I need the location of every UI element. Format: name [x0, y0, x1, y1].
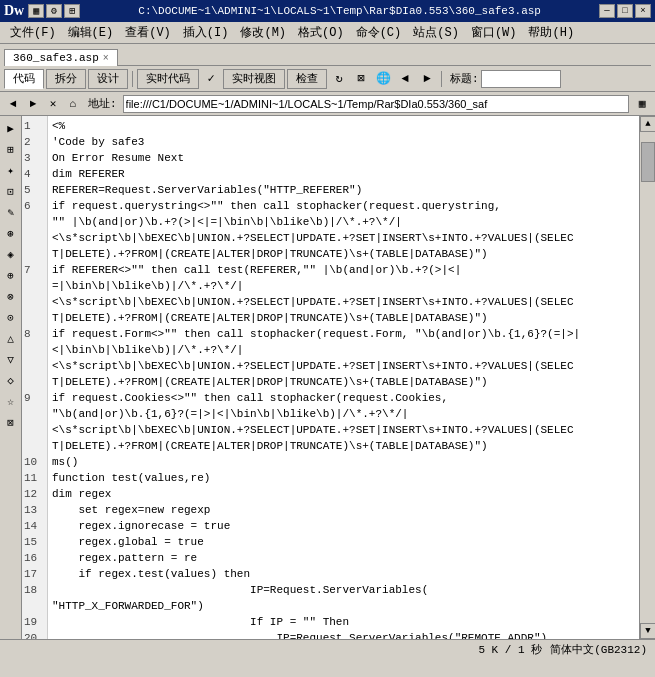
forward-button[interactable]: ►: [24, 95, 42, 113]
window-path: C:\DOCUME~1\ADMINI~1\LOCALS~1\Temp\Rar$D…: [138, 5, 541, 17]
sidebar: ▶ ⊞ ✦ ⊡ ✎ ⊛ ◈ ⊕ ⊗ ⊙ △ ▽ ◇ ☆ ⊠: [0, 116, 22, 639]
scroll-thumb[interactable]: [641, 142, 655, 182]
address-input[interactable]: [123, 95, 629, 113]
sidebar-icon-14[interactable]: ☆: [1, 391, 21, 411]
scroll-up-button[interactable]: ▲: [640, 116, 655, 132]
stop-nav-button[interactable]: ✕: [44, 95, 62, 113]
back-button[interactable]: ◄: [4, 95, 22, 113]
globe-icon[interactable]: 🌐: [373, 69, 393, 89]
tab-file[interactable]: 360_safe3.asp ×: [4, 49, 118, 66]
right-arrow-icon[interactable]: ►: [417, 69, 437, 89]
address-label: 地址:: [88, 96, 117, 111]
title-input[interactable]: [481, 70, 561, 88]
check-button[interactable]: 检查: [287, 69, 327, 89]
separator-1: [132, 71, 133, 87]
realtime-code-button[interactable]: 实时代码: [137, 69, 199, 89]
close-button[interactable]: ×: [635, 4, 651, 18]
sidebar-icon-9[interactable]: ⊗: [1, 286, 21, 306]
home-button[interactable]: ⌂: [64, 95, 82, 113]
toolbar: 代码 拆分 设计 实时代码 ✓ 实时视图 检查 ↻ ⊠ 🌐 ◄ ► 标题:: [0, 66, 655, 92]
tab-bar: 360_safe3.asp ×: [0, 44, 655, 66]
menu-modify[interactable]: 修改(M): [234, 22, 292, 43]
sidebar-icon-6[interactable]: ⊛: [1, 223, 21, 243]
nav-settings-icon[interactable]: ▦: [633, 95, 651, 113]
sidebar-icon-5[interactable]: ✎: [1, 202, 21, 222]
design-view-button[interactable]: 设计: [88, 69, 128, 89]
code-content[interactable]: <%'Code by safe3On Error Resume Nextdim …: [48, 116, 639, 639]
realtime-view-button[interactable]: 实时视图: [223, 69, 285, 89]
menu-command[interactable]: 命令(C): [350, 22, 408, 43]
scrollbar[interactable]: ▲ ▼: [639, 116, 655, 639]
code-editor[interactable]: 123456789101112131415161718192021 <%'Cod…: [22, 116, 639, 639]
scroll-down-button[interactable]: ▼: [640, 623, 655, 639]
menu-view[interactable]: 查看(V): [119, 22, 177, 43]
sidebar-icon-2[interactable]: ⊞: [1, 139, 21, 159]
sidebar-icon-11[interactable]: △: [1, 328, 21, 348]
refresh-icon[interactable]: ↻: [329, 69, 349, 89]
maximize-button[interactable]: □: [617, 4, 633, 18]
sidebar-icon-12[interactable]: ▽: [1, 349, 21, 369]
sidebar-icon-10[interactable]: ⊙: [1, 307, 21, 327]
icon-btn-1[interactable]: ▦: [28, 4, 44, 18]
tab-close-icon[interactable]: ×: [103, 53, 109, 64]
encoding-status: 简体中文(GB2312): [550, 642, 647, 657]
app-logo: Dw: [4, 3, 24, 19]
checkmark-icon[interactable]: ✓: [201, 69, 221, 89]
sidebar-icon-15[interactable]: ⊠: [1, 412, 21, 432]
sidebar-icon-3[interactable]: ✦: [1, 160, 21, 180]
main-area: ▶ ⊞ ✦ ⊡ ✎ ⊛ ◈ ⊕ ⊗ ⊙ △ ▽ ◇ ☆ ⊠ 1234567891…: [0, 116, 655, 639]
title-bar: Dw ▦ ⚙ ⊞ C:\DOCUME~1\ADMINI~1\LOCALS~1\T…: [0, 0, 655, 22]
file-size-status: 5 K / 1 秒: [478, 642, 542, 657]
menu-site[interactable]: 站点(S): [407, 22, 465, 43]
sidebar-icon-1[interactable]: ▶: [1, 118, 21, 138]
sidebar-icon-7[interactable]: ◈: [1, 244, 21, 264]
sidebar-icon-4[interactable]: ⊡: [1, 181, 21, 201]
icon-btn-3[interactable]: ⊞: [64, 4, 80, 18]
code-view-button[interactable]: 代码: [4, 69, 44, 89]
scroll-track[interactable]: [640, 132, 655, 623]
menu-edit[interactable]: 编辑(E): [62, 22, 120, 43]
sidebar-icon-8[interactable]: ⊕: [1, 265, 21, 285]
sidebar-icon-13[interactable]: ◇: [1, 370, 21, 390]
split-view-button[interactable]: 拆分: [46, 69, 86, 89]
line-numbers: 123456789101112131415161718192021: [22, 116, 48, 639]
title-label: 标题:: [450, 71, 479, 86]
window-controls: ─ □ ×: [599, 4, 651, 18]
menu-window[interactable]: 窗口(W): [465, 22, 523, 43]
left-arrow-icon[interactable]: ◄: [395, 69, 415, 89]
title-bar-left: Dw ▦ ⚙ ⊞: [4, 3, 80, 19]
title-bar-icons: ▦ ⚙ ⊞: [28, 4, 80, 18]
menu-help[interactable]: 帮助(H): [522, 22, 580, 43]
menu-file[interactable]: 文件(F): [4, 22, 62, 43]
menu-bar: 文件(F) 编辑(E) 查看(V) 插入(I) 修改(M) 格式(O) 命令(C…: [0, 22, 655, 44]
menu-format[interactable]: 格式(O): [292, 22, 350, 43]
tab-label: 360_safe3.asp: [13, 52, 99, 64]
minimize-button[interactable]: ─: [599, 4, 615, 18]
stop-icon[interactable]: ⊠: [351, 69, 371, 89]
icon-btn-2[interactable]: ⚙: [46, 4, 62, 18]
status-bar: 5 K / 1 秒 简体中文(GB2312): [0, 639, 655, 659]
nav-bar: ◄ ► ✕ ⌂ 地址: ▦: [0, 92, 655, 116]
separator-2: [441, 71, 442, 87]
menu-insert[interactable]: 插入(I): [177, 22, 235, 43]
